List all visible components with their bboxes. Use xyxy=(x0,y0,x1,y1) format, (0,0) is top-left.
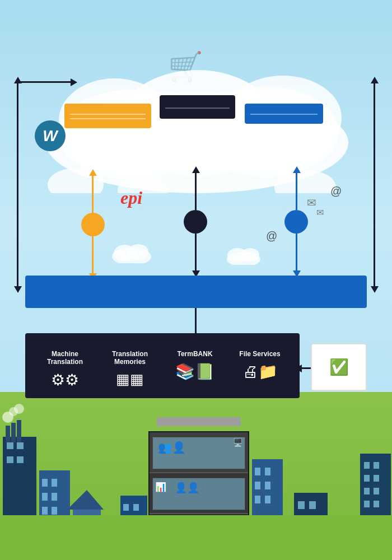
integration-bar xyxy=(25,276,367,308)
at-symbol-b: @ xyxy=(266,230,277,242)
svg-rect-46 xyxy=(298,501,305,509)
arrow-a-up xyxy=(92,174,94,213)
svg-rect-41 xyxy=(255,496,260,503)
ground xyxy=(0,515,392,560)
svg-rect-55 xyxy=(374,462,379,469)
svg-rect-40 xyxy=(265,482,270,489)
svg-rect-57 xyxy=(374,475,379,482)
svg-rect-56 xyxy=(364,475,370,482)
svg-rect-10 xyxy=(6,426,10,442)
svg-point-19 xyxy=(14,404,24,414)
arrow-b-up xyxy=(195,171,197,210)
svg-rect-14 xyxy=(17,442,24,449)
box-pim xyxy=(160,95,235,119)
arrow-c-up xyxy=(296,171,297,210)
main-cloud xyxy=(31,70,364,193)
building-floor-mid: 📊 👤👤 xyxy=(150,473,248,514)
svg-point-67 xyxy=(241,248,259,262)
svg-rect-59 xyxy=(374,488,379,494)
svg-rect-58 xyxy=(364,488,370,494)
svg-marker-28 xyxy=(67,490,104,510)
box-episerver xyxy=(64,104,151,128)
svg-point-64 xyxy=(128,244,148,260)
small-cloud-left xyxy=(109,241,154,263)
tms-feature-tm: TranslationMemories ▦▦ xyxy=(100,350,160,389)
at-symbol-c: @ xyxy=(330,185,342,198)
svg-rect-22 xyxy=(52,479,57,487)
tms-mt-icon: ⚙⚙ xyxy=(35,371,95,389)
people-top: 👥👤 xyxy=(158,441,186,454)
right-border-arrow xyxy=(374,81,375,288)
svg-rect-23 xyxy=(42,493,48,501)
tms-fs-label: File Services xyxy=(230,350,290,358)
arrow-down-to-tms xyxy=(195,308,197,333)
tms-fs-icon: 🖨📁 xyxy=(230,362,290,381)
svg-rect-21 xyxy=(42,479,48,487)
svg-rect-16 xyxy=(17,456,24,463)
envelope-icon: ✉ xyxy=(307,196,316,209)
tms-feature-mt: MachineTranslation ⚙⚙ xyxy=(35,350,95,389)
small-cloud-right xyxy=(224,245,263,265)
envelope-icon-2: ✉ xyxy=(316,207,324,218)
svg-rect-24 xyxy=(52,493,57,501)
ok-arrow-left xyxy=(300,367,311,369)
svg-rect-37 xyxy=(255,468,260,475)
tms-tb-icon: 📚📗 xyxy=(165,362,225,381)
svg-rect-26 xyxy=(52,507,57,515)
svg-rect-33 xyxy=(133,504,139,511)
tms-feature-fs: File Services 🖨📁 xyxy=(230,350,290,389)
desk-icon: 🖥️ xyxy=(233,438,242,447)
svg-rect-12 xyxy=(17,420,21,442)
svg-rect-61 xyxy=(374,501,379,507)
tms-feature-tb: TermBANK 📚📗 xyxy=(165,350,225,389)
ok-checkmark: ✅ xyxy=(329,358,349,376)
tms-tb-label: TermBANK xyxy=(165,350,225,358)
box-email xyxy=(245,104,323,124)
node-c xyxy=(284,210,308,234)
epi-logo: epi xyxy=(120,188,142,208)
acolad-sign xyxy=(157,417,241,426)
svg-rect-39 xyxy=(255,482,260,489)
arrow-c-down xyxy=(296,234,297,273)
svg-rect-15 xyxy=(7,456,13,463)
tms-features: MachineTranslation ⚙⚙ TranslationMemorie… xyxy=(35,350,290,389)
arrow-a-down xyxy=(92,236,94,276)
tms-mt-label: MachineTranslation xyxy=(35,350,95,366)
svg-rect-54 xyxy=(364,462,370,469)
svg-rect-25 xyxy=(42,507,48,515)
node-a xyxy=(81,213,105,236)
tms-tm-icon: ▦▦ xyxy=(100,371,160,388)
svg-rect-11 xyxy=(11,423,16,442)
node-b xyxy=(184,210,207,234)
building-floor-top: 👥👤 🖥️ xyxy=(150,432,248,473)
wordpress-logo: W xyxy=(35,120,66,151)
svg-rect-32 xyxy=(123,504,129,511)
svg-rect-13 xyxy=(7,442,13,449)
tms-box: MachineTranslation ⚙⚙ TranslationMemorie… xyxy=(25,333,300,398)
people-mid: 👤👤 xyxy=(175,482,199,494)
tms-tm-label: TranslationMemories xyxy=(100,350,160,366)
svg-rect-38 xyxy=(265,468,270,475)
left-border-arrow xyxy=(17,81,18,288)
arrow-b-down xyxy=(195,234,197,273)
svg-rect-60 xyxy=(364,501,370,507)
ok-box: ✅ xyxy=(311,343,367,391)
svg-rect-47 xyxy=(309,501,316,509)
svg-rect-42 xyxy=(265,496,270,503)
presentation-icon: 📊 xyxy=(155,482,166,492)
